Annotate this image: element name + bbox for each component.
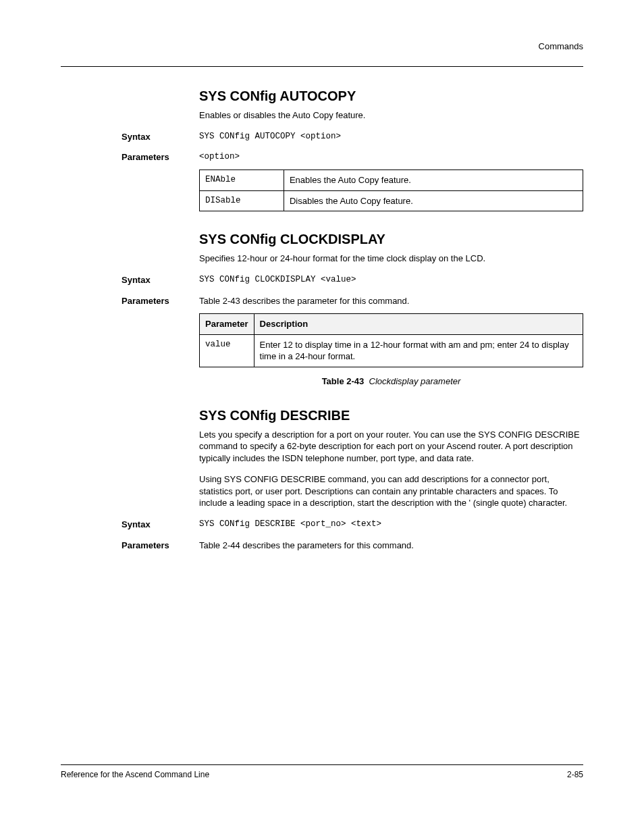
caption-number: Table 2-43 (322, 376, 365, 386)
syntax-describe: SYS CONfig DESCRIBE <port_no> <text> (199, 519, 583, 530)
page-footer: Reference for the Ascend Command Line 2-… (61, 764, 583, 780)
table-row: value Enter 12 to display time in a 12-h… (200, 334, 583, 367)
section-title-autocopy: SYS CONfig AUTOCOPY (199, 87, 583, 105)
param-key: value (200, 334, 254, 367)
table-row: DISable Disables the Auto Copy feature. (200, 190, 583, 211)
label-parameters-3: Parameters (122, 540, 257, 552)
table-caption-2: Table 2-43 Clockdisplay parameter (199, 375, 583, 388)
param-desc: Disables the Auto Copy feature. (284, 190, 583, 211)
table-row: ENAble Enables the Auto Copy feature. (200, 170, 583, 191)
label-syntax-1: Syntax (122, 131, 257, 143)
label-parameters-2: Parameters (122, 295, 257, 307)
section-desc-describe-2: Using SYS CONFIG DESCRIBE command, you c… (199, 473, 583, 509)
section-title-describe: SYS CONfig DESCRIBE (199, 407, 583, 425)
th-description: Description (254, 314, 583, 335)
section-title-clockdisplay: SYS CONfig CLOCKDISPLAY (199, 230, 583, 249)
parameters-intro-1: <option> (199, 151, 583, 163)
label-syntax-2: Syntax (122, 274, 257, 286)
table-clockdisplay-params: Parameter Description value Enter 12 to … (199, 313, 583, 367)
section-desc-clockdisplay: Specifies 12-hour or 24-hour format for … (199, 253, 583, 265)
th-parameter: Parameter (200, 314, 254, 335)
footer-right: 2-85 (567, 769, 583, 780)
param-desc: Enter 12 to display time in a 12-hour fo… (254, 334, 583, 367)
caption-text: Clockdisplay parameter (369, 376, 461, 386)
section-desc-autocopy: Enables or disables the Auto Copy featur… (199, 109, 583, 122)
header-right: Commands (539, 41, 583, 53)
section-desc-describe-1: Lets you specify a description for a por… (199, 429, 583, 465)
table-autocopy-params: ENAble Enables the Auto Copy feature. DI… (199, 170, 583, 211)
syntax-autocopy: SYS CONfig AUTOCOPY <option> (199, 131, 583, 142)
top-divider (61, 66, 583, 67)
label-syntax-3: Syntax (122, 519, 257, 531)
param-desc: Enables the Auto Copy feature. (284, 170, 583, 191)
footer-left: Reference for the Ascend Command Line (61, 769, 209, 780)
param-key: DISable (200, 190, 284, 211)
parameters-intro-3: Table 2-44 describes the parameters for … (199, 540, 583, 552)
param-key: ENAble (200, 170, 284, 191)
table-header-row: Parameter Description (200, 314, 583, 335)
parameters-intro-2: Table 2-43 describes the parameter for t… (199, 295, 583, 307)
label-parameters-1: Parameters (122, 151, 257, 163)
syntax-clockdisplay: SYS CONfig CLOCKDISPLAY <value> (199, 274, 583, 286)
